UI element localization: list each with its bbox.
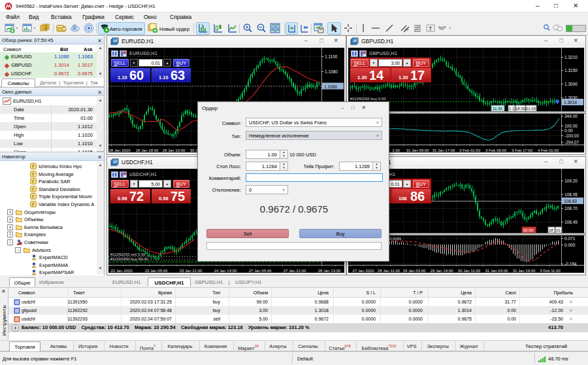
svg-text:%: % xyxy=(438,25,444,31)
svg-text:%: % xyxy=(405,27,409,31)
svg-text:$: $ xyxy=(44,25,47,29)
svg-text:1: 1 xyxy=(201,24,204,28)
svg-text:T: T xyxy=(429,26,433,32)
